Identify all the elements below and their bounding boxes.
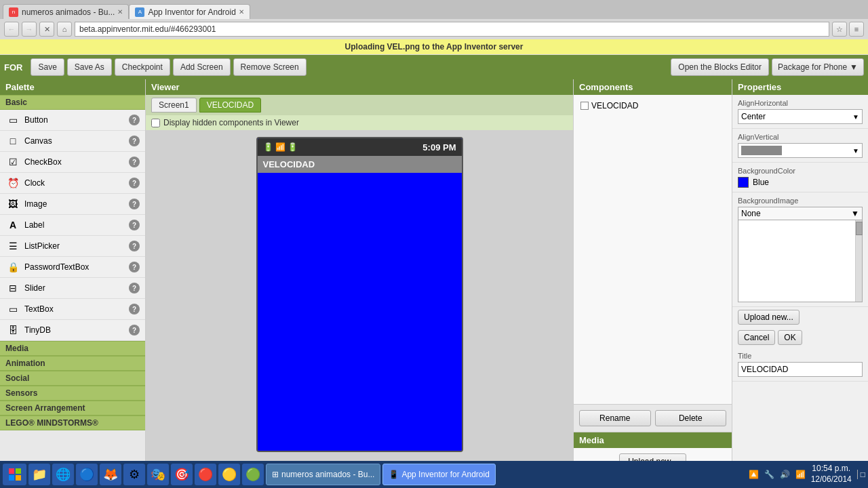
viewer-header: Viewer [146,79,573,95]
taskbar-firefox-icon[interactable]: 🦊 [100,464,121,485]
taskbar-app-2[interactable]: 📱 App Inventor for Android [382,464,495,485]
taskbar-time-display: 10:54 p.m. [811,464,852,474]
palette-item-textbox[interactable]: ▭ TextBox ? [0,299,145,320]
back-button[interactable]: ← [4,22,19,37]
passwordtextbox-icon: 🔒 [5,260,20,274]
passwordtextbox-help[interactable]: ? [129,262,140,272]
components-buttons: Rename Delete [574,404,732,432]
refresh-button[interactable]: ✕ [39,22,54,37]
home-button[interactable]: ⌂ [57,22,72,37]
palette-label-label: Label [24,220,44,230]
taskbar-browser-icon[interactable]: 🌐 [52,464,74,485]
textbox-icon: ▭ [5,302,20,317]
palette-item-tinydb[interactable]: 🗄 TinyDB ? [0,320,145,341]
taskbar-misc5-icon[interactable]: 🟡 [218,464,240,485]
taskbar-clock[interactable]: 10:54 p.m. 12/06/2014 [811,464,852,485]
slider-help[interactable]: ? [129,283,140,293]
forward-button[interactable]: → [22,22,37,37]
app-status-bar: Uploading VEL.png to the App Inventor se… [0,39,868,55]
palette-item-slider[interactable]: ⊟ Slider ? [0,278,145,299]
address-bar[interactable]: beta.appinventor.mit.edu/#466293001 [75,22,829,37]
palette-section-animation: Animation [0,356,145,371]
palette-label-slider: Slider [24,283,45,293]
browser-chrome: n numeros animados - Bu... ✕ A App Inven… [0,0,868,39]
rename-button[interactable]: Rename [579,410,651,426]
app-toolbar: FOR Save Save As Checkpoint Add Screen R… [0,55,868,79]
sys-tray-icon2: 🔧 [764,470,774,479]
screen-tab-velocidad[interactable]: VELOCIDAD [199,98,261,113]
palette-header: Palette [0,79,145,95]
bg-color-swatch[interactable] [738,177,749,188]
bookmark-icon[interactable]: ☆ [832,22,847,37]
sys-tray-icon3: 🔊 [780,470,790,479]
taskbar-misc4-icon[interactable]: 🔴 [195,464,216,485]
bg-image-dropdown[interactable]: None ▼ [738,207,862,220]
palette-label-image: Image [24,199,47,209]
browser-tab-1[interactable]: n numeros animados - Bu... ✕ [3,4,129,19]
ok-button[interactable]: OK [778,330,802,345]
taskbar: 📁 🌐 🔵 🦊 ⚙ 🎭 🎯 🔴 🟡 🟢 ⊞ numeros animados -… [0,461,868,488]
tinydb-help[interactable]: ? [129,325,140,336]
screen-tab-screen1[interactable]: Screen1 [151,98,197,113]
title-input[interactable] [738,362,863,377]
component-checkbox-velocidad[interactable] [580,102,589,110]
canvas-help[interactable]: ? [129,136,140,146]
label-help[interactable]: ? [129,220,140,230]
align-horizontal-label: AlignHorizontal [738,99,863,107]
prop-bg-image: BackgroundImage None ▼ [732,192,868,307]
palette-label-listpicker: ListPicker [24,241,60,251]
tab-label-2: App Inventor for Android [148,7,235,17]
upload-new-button[interactable]: Upload new... [738,310,800,325]
align-horizontal-dropdown[interactable]: Center ▼ [738,109,863,124]
tools-icon[interactable]: ≡ [849,22,864,37]
align-vertical-label: AlignVertical [738,133,863,141]
save-as-button[interactable]: Save As [67,58,112,76]
palette-item-listpicker[interactable]: ☰ ListPicker ? [0,236,145,257]
remove-screen-button[interactable]: Remove Screen [233,58,307,76]
checkpoint-button[interactable]: Checkpoint [115,58,170,76]
palette-item-passwordtextbox[interactable]: 🔒 PasswordTextBox ? [0,257,145,278]
start-button[interactable] [3,464,26,485]
taskbar-app-1[interactable]: ⊞ numeros animados - Bu... [266,464,380,485]
textbox-help[interactable]: ? [129,304,140,314]
cancel-button[interactable]: Cancel [738,330,775,345]
palette-item-image[interactable]: 🖼 Image ? [0,194,145,215]
palette-item-clock[interactable]: ⏰ Clock ? [0,173,145,194]
tab-favicon-1: n [9,7,18,17]
button-icon: ▭ [5,113,20,127]
taskbar-sys-tray: 🔼 🔧 🔊 📶 10:54 p.m. 12/06/2014 □ [749,464,865,485]
delete-button[interactable]: Delete [655,410,727,426]
component-item-velocidad[interactable]: VELOCIDAD [578,99,728,113]
taskbar-ie-icon[interactable]: 🔵 [76,464,98,485]
button-help[interactable]: ? [129,115,140,125]
palette-section-screen-arrangement: Screen Arrangement [0,401,145,415]
listpicker-help[interactable]: ? [129,241,140,251]
bg-image-dropdown-arrow: ▼ [851,209,859,218]
blocks-editor-button[interactable]: Open the Blocks Editor [671,58,769,76]
hidden-components-checkbox[interactable] [151,119,160,127]
image-help[interactable]: ? [129,199,140,209]
align-vertical-dropdown[interactable]: ▼ [738,143,863,158]
taskbar-misc2-icon[interactable]: 🎭 [147,464,169,485]
palette-item-checkbox[interactable]: ☑ CheckBox ? [0,152,145,173]
taskbar-filemanager-icon[interactable]: 📁 [28,464,50,485]
browser-tab-2[interactable]: A App Inventor for Android ✕ [129,4,250,19]
taskbar-misc3-icon[interactable]: 🎯 [171,464,193,485]
palette-item-canvas[interactable]: □ Canvas ? [0,131,145,152]
tab-close-2[interactable]: ✕ [239,8,244,16]
add-screen-button[interactable]: Add Screen [173,58,231,76]
palette-item-button[interactable]: ▭ Button ? [0,110,145,131]
taskbar-misc1-icon[interactable]: ⚙ [123,464,145,485]
package-button[interactable]: Package for Phone ▼ [772,58,864,76]
clock-help[interactable]: ? [129,178,140,188]
save-button[interactable]: Save [31,58,64,76]
palette-item-label[interactable]: A Label ? [0,215,145,236]
bg-image-content [738,220,862,302]
taskbar-misc6-icon[interactable]: 🟢 [242,464,264,485]
tab-close-1[interactable]: ✕ [117,8,123,16]
show-desktop-icon[interactable]: □ [857,470,865,479]
bg-image-scrollbar[interactable] [855,220,862,302]
checkbox-help[interactable]: ? [129,157,140,167]
browser-nav: ← → ✕ ⌂ beta.appinventor.mit.edu/#466293… [0,19,868,39]
svg-rect-1 [16,468,21,474]
